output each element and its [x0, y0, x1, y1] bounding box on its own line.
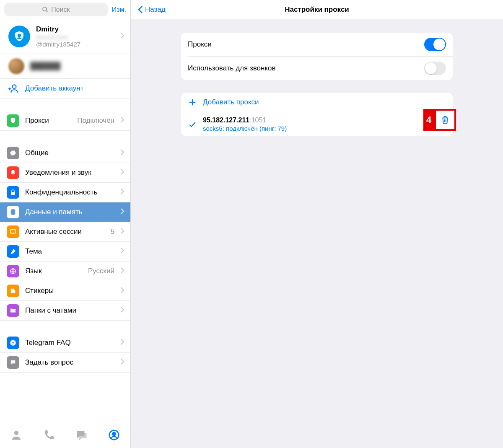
annotation-delete: 4 [423, 109, 456, 131]
row-label: Общие [25, 149, 114, 157]
folder-icon [9, 307, 17, 314]
svg-rect-7 [11, 192, 15, 195]
row-label: Данные и память [25, 208, 114, 216]
gear-icon [9, 149, 17, 157]
svg-text:?: ? [12, 341, 14, 345]
trash-icon [441, 115, 450, 125]
tab-contacts[interactable] [10, 429, 23, 443]
add-proxy-button[interactable]: Добавить прокси [181, 93, 453, 112]
profile-text: Dmitry blurred text @dmitry185427 [36, 25, 114, 48]
profile-row[interactable]: Dmitry blurred text @dmitry185427 [0, 19, 130, 54]
chevron-right-icon [120, 247, 124, 256]
sidebar-item-language[interactable]: Язык Русский [0, 262, 130, 281]
chevron-right-icon [120, 228, 124, 236]
row-label: Задать вопрос [25, 358, 114, 367]
chats-icon [75, 429, 88, 441]
secondary-account-label: ██████ [30, 62, 124, 70]
sidebar-item-faq[interactable]: ? Telegram FAQ [0, 333, 130, 353]
proxy-status: socks5: подключён (пинг: 79) [203, 125, 446, 132]
svg-point-3 [13, 85, 16, 88]
tab-settings[interactable] [108, 429, 120, 443]
profile-username: @dmitry185427 [36, 41, 114, 48]
chat-icon [9, 359, 17, 366]
proxy-toggle[interactable] [424, 38, 446, 51]
row-label: Telegram FAQ [25, 339, 114, 347]
main-panel: Назад Настройки прокси Прокси Использова… [131, 0, 503, 448]
settings-tab-icon [108, 429, 120, 441]
annotation-number: 4 [423, 109, 434, 131]
tab-calls[interactable] [43, 429, 55, 443]
plus-icon [188, 98, 197, 107]
person-icon [10, 429, 23, 441]
sidebar-item-privacy[interactable]: Конфиденциальность [0, 183, 130, 202]
chevron-right-icon [120, 208, 124, 217]
monitor-icon [9, 228, 17, 236]
chevron-right-icon [120, 188, 124, 197]
toggle-label: Использовать для звонков [188, 64, 276, 73]
sidebar-item-stickers[interactable]: Стикеры [0, 281, 130, 301]
globe-icon [9, 267, 17, 275]
tab-chats[interactable] [75, 429, 88, 443]
row-label: Тема [25, 247, 114, 256]
add-account-button[interactable]: Добавить аккаунт [0, 79, 130, 98]
svg-line-1 [46, 10, 47, 12]
back-button[interactable]: Назад [137, 0, 166, 19]
row-label: Конфиденциальность [25, 188, 114, 197]
chevron-right-icon [120, 149, 124, 158]
search-input[interactable]: Поиск [4, 3, 108, 16]
svg-point-16 [14, 431, 18, 435]
tab-bar [0, 423, 130, 448]
proxy-ip: 95.182.127.211 [203, 117, 249, 124]
phone-icon [43, 429, 55, 441]
proxy-toggle-row: Прокси [181, 33, 453, 56]
avatar [8, 26, 30, 47]
sidebar-item-ask[interactable]: Задать вопрос [0, 353, 130, 373]
proxy-info: 95.182.127.211:1051 socks5: подключён (п… [203, 117, 446, 132]
proxy-entry-row[interactable]: 95.182.127.211:1051 socks5: подключён (п… [181, 112, 453, 136]
content-area: Прокси Использовать для звонков Добавить… [131, 19, 503, 162]
row-label: Стикеры [25, 287, 114, 295]
toggle-label: Прокси [188, 40, 212, 49]
sidebar-item-sessions[interactable]: Активные сессии 5 [0, 222, 130, 242]
chevron-right-icon [120, 117, 124, 125]
search-bar: Поиск Изм. [0, 0, 130, 19]
profile-name: Dmitry [36, 25, 114, 34]
svg-point-2 [18, 34, 21, 37]
settings-sidebar: Поиск Изм. Dmitry blurred text @dmitry18… [0, 0, 131, 448]
chevron-right-icon [120, 168, 124, 177]
brush-icon [9, 248, 17, 255]
svg-rect-9 [10, 230, 16, 233]
svg-point-18 [112, 432, 116, 435]
chevron-right-icon [120, 306, 124, 315]
row-label: Папки с чатами [25, 306, 114, 315]
search-icon [42, 6, 49, 13]
profile-blurred-line: blurred text [36, 34, 114, 41]
row-value: Русский [88, 267, 114, 275]
sidebar-item-general[interactable]: Общие [0, 143, 130, 163]
proxy-address: 95.182.127.211:1051 [203, 117, 446, 124]
row-label: Язык [25, 267, 82, 275]
delete-proxy-button[interactable] [434, 109, 456, 131]
row-label: Активные сессии [25, 228, 105, 236]
avatar [8, 58, 24, 74]
check-icon [188, 120, 197, 129]
chevron-right-icon [120, 339, 124, 347]
sidebar-item-folders[interactable]: Папки с чатами [0, 301, 130, 321]
add-proxy-label: Добавить прокси [203, 98, 259, 106]
calls-toggle[interactable] [424, 62, 446, 75]
secondary-account-row[interactable]: ██████ [0, 54, 130, 79]
top-bar: Назад Настройки прокси [131, 0, 503, 19]
row-value: Подключён [77, 117, 114, 125]
sidebar-item-notifications[interactable]: Уведомления и звук [0, 163, 130, 183]
sidebar-item-proxy[interactable]: Прокси Подключён [0, 111, 130, 131]
edit-button[interactable]: Изм. [112, 6, 126, 13]
sidebar-item-theme[interactable]: Тема [0, 242, 130, 262]
chevron-right-icon [120, 267, 124, 276]
question-icon: ? [9, 339, 17, 347]
page-title: Настройки прокси [285, 5, 349, 14]
chevron-left-icon [137, 5, 143, 14]
proxy-list-card: Добавить прокси 95.182.127.211:1051 sock… [181, 93, 453, 136]
sidebar-item-data[interactable]: Данные и память [0, 202, 130, 222]
chevron-right-icon [120, 32, 124, 41]
svg-point-0 [43, 7, 47, 11]
